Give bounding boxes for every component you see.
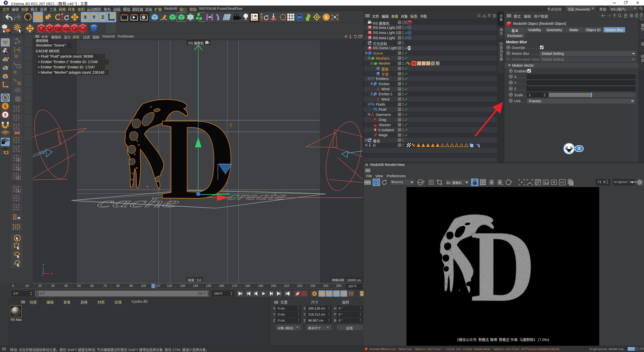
- svg-text:X: X: [51, 272, 53, 276]
- svg-text:S: S: [4, 104, 7, 109]
- svg-text:RGB: RGB: [418, 181, 423, 184]
- svg-text:Y: Y: [42, 263, 45, 267]
- svg-text:G: G: [501, 183, 503, 186]
- svg-text:QR: QR: [297, 16, 302, 19]
- svg-text:PV: PV: [560, 181, 564, 184]
- svg-text:S: S: [4, 95, 7, 100]
- svg-text:S: S: [4, 112, 7, 117]
- svg-text:D: D: [470, 209, 535, 323]
- svg-text:行鹿志: 行鹿志: [567, 151, 571, 153]
- svg-text:S: S: [325, 15, 328, 20]
- svg-text:Y: Y: [93, 15, 96, 20]
- svg-text:P: P: [343, 292, 345, 295]
- svg-text:X: X: [84, 15, 87, 20]
- svg-text:Z: Z: [42, 273, 44, 276]
- svg-text:Z: Z: [102, 15, 104, 20]
